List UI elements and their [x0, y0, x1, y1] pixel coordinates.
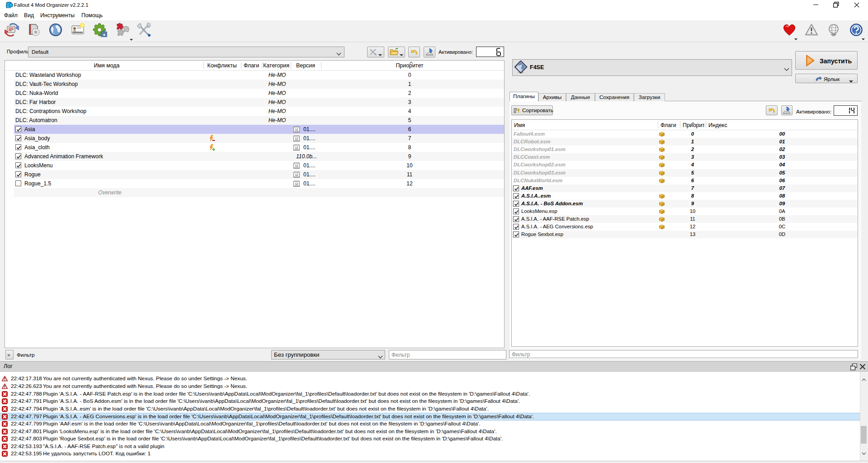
- svg-text:12: 12: [295, 173, 298, 176]
- svg-text:12: 12: [295, 137, 298, 140]
- svg-text:12: 12: [295, 128, 298, 131]
- svg-text:12: 12: [295, 164, 298, 167]
- svg-text:12: 12: [295, 146, 298, 149]
- svg-text:12: 12: [295, 182, 298, 185]
